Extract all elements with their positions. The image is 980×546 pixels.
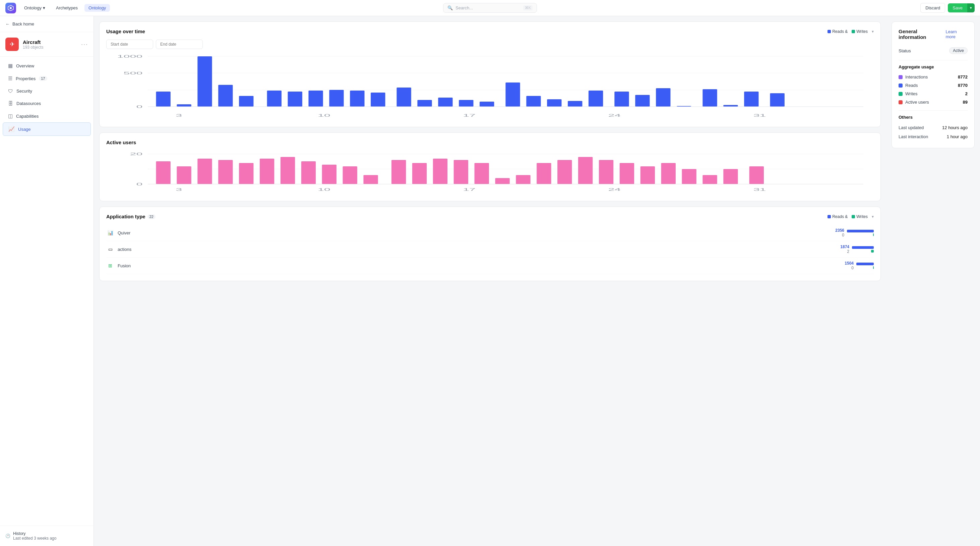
last-updated-value: 12 hours ago <box>942 125 967 130</box>
svg-rect-32 <box>547 99 562 107</box>
svg-rect-68 <box>454 160 468 184</box>
app-count-badge: 22 <box>148 214 156 219</box>
quiver-bars <box>847 230 874 236</box>
app-legend-chevron[interactable]: ▾ <box>872 214 874 219</box>
datasources-icon: 🗄 <box>8 101 13 106</box>
save-button[interactable]: Save <box>948 3 967 13</box>
svg-rect-37 <box>656 88 670 107</box>
svg-rect-33 <box>568 101 582 107</box>
svg-rect-28 <box>459 100 473 107</box>
active-users-label: Active users <box>905 100 963 105</box>
discard-button[interactable]: Discard <box>920 3 945 13</box>
reads-label: Reads <box>905 83 958 88</box>
ontology-active-nav-btn[interactable]: Ontology <box>84 4 110 12</box>
back-home-btn[interactable]: ← Back home <box>0 16 94 32</box>
svg-text:1000: 1000 <box>117 54 143 58</box>
arrow-left-icon: ← <box>5 21 10 27</box>
sidebar-nav: ▦ Overview ☰ Properties 17 🛡 Security 🗄 … <box>0 57 94 525</box>
actions-stats: 1874 2 <box>840 244 849 254</box>
chevron-icon: ▾ <box>43 5 45 10</box>
svg-rect-71 <box>516 175 530 184</box>
last-interaction-value: 1 hour ago <box>947 134 967 139</box>
svg-rect-62 <box>322 164 337 184</box>
last-interaction-row: Last interaction 1 hour ago <box>899 132 967 141</box>
svg-text:31: 31 <box>753 113 766 117</box>
quiver-writes-bar <box>873 233 874 236</box>
svg-rect-55 <box>177 166 191 184</box>
last-interaction-label: Last interaction <box>899 134 928 139</box>
app-logo[interactable] <box>5 3 16 13</box>
sidebar-item-properties[interactable]: ☰ Properties 17 <box>3 72 91 85</box>
app-row-fusion: ⊞ Fusion 1504 0 <box>106 257 874 274</box>
sidebar-item-overview[interactable]: ▦ Overview <box>3 59 91 72</box>
entity-menu-btn[interactable]: ··· <box>81 41 88 48</box>
end-date-input[interactable] <box>156 40 203 49</box>
save-dropdown-button[interactable]: ▾ <box>967 3 975 13</box>
svg-rect-70 <box>495 178 509 184</box>
sidebar-item-security[interactable]: 🛡 Security <box>3 85 91 97</box>
reads-color <box>899 83 902 88</box>
svg-rect-24 <box>371 93 385 107</box>
svg-rect-41 <box>744 91 759 107</box>
entity-name: Aircraft <box>23 39 77 45</box>
history-info: History Last edited 3 weeks ago <box>13 531 56 541</box>
svg-rect-74 <box>578 157 593 184</box>
writes-color <box>899 92 902 96</box>
start-date-input[interactable] <box>106 40 153 49</box>
legend-chevron[interactable]: ▾ <box>872 29 874 34</box>
learn-more-link[interactable]: Learn more <box>945 29 967 39</box>
active-users-color <box>899 100 902 104</box>
svg-rect-60 <box>280 157 295 184</box>
sidebar-item-datasources[interactable]: 🗄 Datasources <box>3 97 91 110</box>
legend-writes: Writes <box>852 29 868 34</box>
archetypes-nav-btn[interactable]: Archetypes <box>52 4 82 12</box>
svg-rect-67 <box>433 159 447 184</box>
history-icon: 🕐 <box>5 533 10 538</box>
svg-rect-75 <box>599 160 613 184</box>
svg-rect-76 <box>620 163 634 184</box>
svg-rect-72 <box>536 163 551 184</box>
svg-text:3: 3 <box>176 187 182 192</box>
svg-rect-54 <box>156 161 170 184</box>
svg-rect-25 <box>396 88 411 107</box>
app-type-title: Application type <box>106 214 145 219</box>
properties-badge: 17 <box>39 76 47 81</box>
actions-name: actions <box>118 247 840 252</box>
quiver-stats: 2356 0 <box>835 228 844 238</box>
search-box[interactable]: 🔍 Search... ⌘K <box>443 3 537 13</box>
reads-value: 8770 <box>958 83 967 88</box>
app-type-legend: Reads & Writes ▾ <box>827 214 874 219</box>
svg-text:3: 3 <box>176 113 182 117</box>
status-row: Status Active <box>899 45 967 56</box>
quiver-name: Quiver <box>118 230 835 235</box>
usage-chart-header: Usage over time Reads & Writes ▾ <box>106 29 874 34</box>
svg-text:0: 0 <box>136 182 142 186</box>
svg-rect-39 <box>703 89 717 107</box>
sidebar-item-capabilities[interactable]: ◫ Capabilities <box>3 110 91 123</box>
svg-rect-59 <box>260 159 274 184</box>
fusion-name: Fusion <box>118 263 845 268</box>
writes-dot <box>852 30 855 33</box>
svg-rect-63 <box>343 166 357 184</box>
svg-rect-77 <box>641 166 655 184</box>
svg-text:17: 17 <box>463 187 476 192</box>
security-icon: 🛡 <box>8 88 13 94</box>
svg-rect-81 <box>723 169 738 184</box>
interactions-label: Interactions <box>905 75 958 80</box>
svg-rect-40 <box>723 105 738 107</box>
metric-interactions: Interactions 8772 <box>899 73 967 81</box>
actions-reads-bar <box>852 246 874 249</box>
ontology-nav-btn[interactable]: Ontology ▾ <box>20 4 49 12</box>
search-icon: 🔍 <box>447 5 453 10</box>
svg-rect-80 <box>703 175 717 184</box>
svg-rect-26 <box>417 100 432 107</box>
reads-dot-app <box>827 215 831 218</box>
app-type-header: Application type 22 Reads & Writes ▾ <box>106 214 874 219</box>
sidebar: ← Back home ✈ Aircraft 193 objects ··· ▦… <box>0 16 94 546</box>
usage-chart-title: Usage over time <box>106 29 145 34</box>
svg-rect-34 <box>589 91 603 107</box>
svg-rect-36 <box>635 95 649 107</box>
svg-rect-23 <box>350 91 364 107</box>
sidebar-item-usage[interactable]: 📈 Usage <box>3 123 91 136</box>
app-row-actions: ▭ actions 1874 2 <box>106 241 874 257</box>
